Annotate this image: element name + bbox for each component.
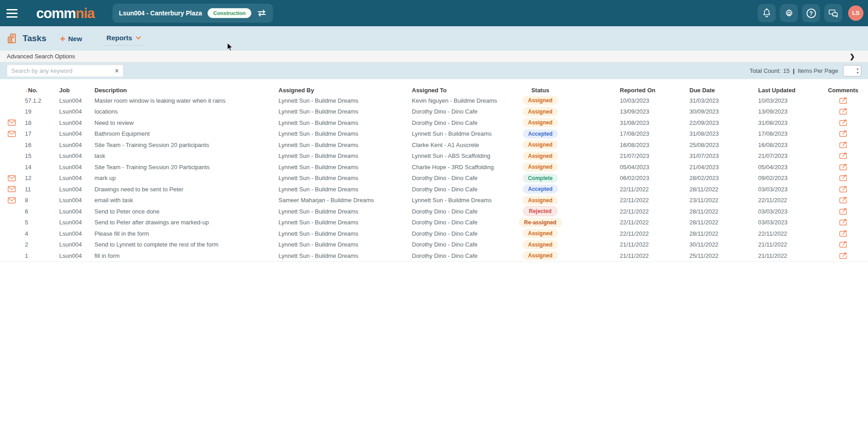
cell-last-updated: 31/08/2023 (758, 119, 818, 126)
switch-project-icon[interactable] (257, 9, 267, 17)
hamburger-menu-icon[interactable] (6, 4, 24, 22)
table-row[interactable]: 4 Lsun004 Please fill in the form Lynnet… (0, 228, 868, 239)
open-comments-button[interactable] (839, 219, 848, 226)
header-description[interactable]: Description (94, 87, 278, 94)
header-comments[interactable]: Comments (818, 87, 868, 94)
comments-icon (839, 208, 848, 215)
cell-job: Lsun004 (59, 108, 94, 115)
cell-description: Site Team - Training Session 20 Particip… (94, 164, 278, 171)
open-comments-button[interactable] (839, 186, 848, 193)
open-comments-button[interactable] (839, 119, 848, 126)
chevron-down-icon (136, 36, 141, 40)
open-comments-button[interactable] (839, 175, 848, 181)
cell-description: email with task (94, 197, 278, 204)
table-row[interactable]: 12 Lsun004 mark up Lynnett Sun - Buildme… (0, 173, 868, 184)
items-per-page-box: ▲▼ (843, 65, 861, 76)
header-job[interactable]: Job (59, 87, 94, 94)
open-comments-button[interactable] (839, 97, 848, 104)
header-status[interactable]: Status (518, 87, 563, 94)
open-comments-button[interactable] (839, 197, 848, 204)
chat-bubbles-icon (828, 9, 838, 18)
cell-description: Need to review (94, 119, 278, 126)
help-button[interactable]: ? (802, 4, 820, 22)
table-row[interactable]: 18 Lsun004 Need to review Lynnett Sun - … (0, 117, 868, 128)
table-row[interactable]: 57.1.2 Lsun004 Master room window is lea… (0, 95, 868, 106)
cell-no: 1 (25, 252, 59, 259)
number-stepper[interactable]: ▲▼ (854, 66, 861, 76)
cell-assigned-by: Lynnett Sun - Buildme Dreams (278, 97, 412, 104)
mail-icon (8, 186, 16, 192)
advanced-search-label: Advanced Search Options (7, 53, 75, 60)
comments-icon (839, 119, 848, 126)
open-comments-button[interactable] (839, 142, 848, 148)
status-badge: Assigned (523, 162, 558, 171)
open-comments-button[interactable] (839, 164, 848, 171)
cell-due-date: 28/11/2022 (689, 219, 758, 226)
logo-text-orange: nia (75, 5, 94, 21)
cell-assigned-by: Lynnett Sun - Buildme Dreams (278, 241, 412, 248)
items-per-page-input[interactable] (844, 66, 854, 76)
status-badge: Assigned (523, 96, 558, 105)
cell-last-updated: 03/03/2023 (758, 208, 818, 215)
cell-job: Lsun004 (59, 97, 94, 104)
chevron-right-icon[interactable]: ❯ (849, 53, 855, 60)
cell-job: Lsun004 (59, 175, 94, 181)
cell-assigned-by: Lynnett Sun - Buildme Dreams (278, 119, 412, 126)
cell-no: 11 (25, 186, 59, 193)
search-input[interactable] (11, 67, 115, 74)
table-row[interactable]: 5 Lsun004 Send to Peter after drawings a… (0, 217, 868, 228)
table-row[interactable]: 15 Lsun004 task Lynnett Sun - Buildme Dr… (0, 151, 868, 162)
search-row: × Total Count: 15 | Items Per Page ▲▼ (0, 62, 868, 79)
cell-assigned-to: Dorothy Dino - Dino Cafe (412, 230, 518, 237)
total-count-value: 15 (783, 67, 789, 74)
table-row[interactable]: 2 Lsun004 Send to Lynnett to complete th… (0, 239, 868, 251)
project-selector[interactable]: Lsun004 - Canterbury Plaza Construction (113, 4, 273, 23)
cell-assigned-to: Kevin Nguyen - Buildme Dreams (412, 97, 518, 104)
new-task-button[interactable]: + New (60, 34, 82, 43)
settings-button[interactable] (780, 4, 798, 22)
header-assigned-by[interactable]: Assigned By (278, 87, 412, 94)
clear-search-icon[interactable]: × (115, 67, 119, 75)
header-assigned-to[interactable]: Assigned To (412, 87, 518, 94)
open-comments-button[interactable] (839, 252, 848, 259)
header-last-updated[interactable]: Last Updated (758, 87, 818, 94)
table-row[interactable]: 19 Lsun004 locations Lynnett Sun - Build… (0, 106, 868, 118)
table-row[interactable]: 14 Lsun004 Site Team - Training Session … (0, 161, 868, 173)
cell-last-updated: 03/03/2023 (758, 219, 818, 226)
open-comments-button[interactable] (839, 130, 848, 137)
open-comments-button[interactable] (839, 208, 848, 215)
header-due-date[interactable]: Due Date (689, 87, 758, 94)
cell-assigned-to: Dorothy Dino - Dino Cafe (412, 252, 518, 259)
cell-last-updated: 10/03/2023 (758, 97, 818, 104)
cell-assigned-to: Charlie Hope - 3RD Scaffolding (412, 164, 518, 171)
cell-reported-on: 21/11/2022 (563, 252, 689, 259)
user-avatar[interactable]: LS (848, 5, 863, 21)
cell-reported-on: 22/11/2022 (563, 230, 689, 237)
page-title: Tasks (23, 33, 46, 43)
commnia-logo[interactable]: commnia (36, 6, 94, 20)
cell-due-date: 22/09/2023 (689, 119, 758, 126)
cell-no: 14 (25, 164, 59, 171)
cell-assigned-to: Dorothy Dino - Dino Cafe (412, 119, 518, 126)
cell-no: 19 (25, 108, 59, 115)
open-comments-button[interactable] (839, 241, 848, 248)
table-row[interactable]: 11 Lsun004 Drawings need to be sent to P… (0, 184, 868, 195)
open-comments-button[interactable] (839, 152, 848, 159)
comments-icon (839, 108, 848, 115)
header-reported-on[interactable]: Reported On (563, 87, 689, 94)
table-row[interactable]: 17 Lsun004 Bathroom Equipment Lynnett Su… (0, 128, 868, 140)
notifications-button[interactable] (758, 4, 776, 22)
cell-last-updated: 21/11/2022 (758, 241, 818, 248)
open-comments-button[interactable] (839, 230, 848, 237)
open-comments-button[interactable] (839, 108, 848, 115)
cell-reported-on: 17/08/2023 (563, 130, 689, 137)
table-row[interactable]: 16 Lsun004 Site Team - Training Session … (0, 139, 868, 151)
reports-dropdown[interactable]: Reports (102, 31, 146, 46)
header-no[interactable]: ↓No. (25, 87, 59, 94)
table-row[interactable]: 8 Lsun004 email with task Sameer Maharja… (0, 195, 868, 206)
logo-text-white: comm (36, 5, 75, 21)
table-row[interactable]: 6 Lsun004 Send to Peter once done Lynnet… (0, 206, 868, 217)
table-row[interactable]: 1 Lsun004 fill in form Lynnett Sun - Bui… (0, 250, 868, 261)
advanced-search-toggle[interactable]: Advanced Search Options ❯ (0, 51, 868, 62)
messages-button[interactable] (824, 4, 842, 22)
